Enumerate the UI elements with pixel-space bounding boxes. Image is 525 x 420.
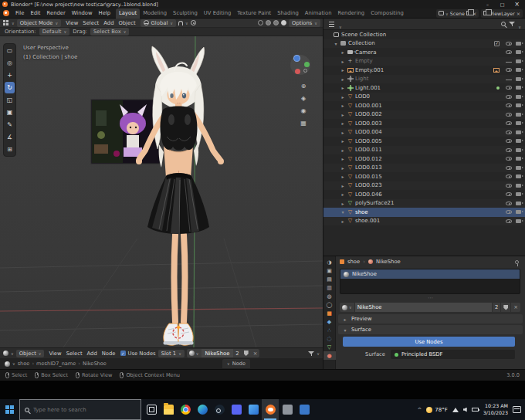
- outliner-row[interactable]: ▸▽polySurface21: [323, 199, 525, 208]
- disclosure-closed-icon[interactable]: ▸: [340, 67, 346, 73]
- rotate-tool[interactable]: ↻: [5, 82, 15, 93]
- viewport-menu-object[interactable]: Object: [116, 20, 137, 26]
- disclosure-closed-icon[interactable]: ▸: [340, 49, 346, 55]
- filter-funnel-icon[interactable]: [509, 21, 515, 27]
- properties-tab-world[interactable]: ◯: [323, 300, 336, 309]
- axis-z-icon[interactable]: [294, 56, 300, 61]
- outliner-row[interactable]: ▸▽LOD0.023: [323, 181, 525, 191]
- outliner-row[interactable]: ▸▽LOD0.002: [323, 110, 525, 120]
- proportional-edit-icon[interactable]: [191, 20, 196, 25]
- solid-shading-icon[interactable]: [266, 20, 271, 25]
- properties-tab-modifiers[interactable]: ◆: [323, 317, 336, 326]
- render-visibility-camera-icon[interactable]: [516, 68, 521, 72]
- discord-taskbar-icon[interactable]: [228, 399, 245, 420]
- outliner-row[interactable]: ▸▽LOD0.004: [323, 128, 525, 137]
- disclosure-closed-icon[interactable]: ▸: [340, 156, 346, 161]
- disclosure-closed-icon[interactable]: ▸: [340, 218, 346, 224]
- render-visibility-camera-icon[interactable]: [516, 184, 521, 188]
- blender-logo-icon[interactable]: [3, 10, 9, 16]
- visibility-eye-icon[interactable]: [506, 157, 512, 161]
- axis-y-icon[interactable]: [304, 62, 310, 67]
- visibility-eye-icon[interactable]: [506, 174, 512, 178]
- workspace-tab-shading[interactable]: Shading: [274, 8, 302, 19]
- options-dropdown[interactable]: Options: [289, 19, 320, 27]
- viewlayer-selector[interactable]: ViewLayer: [481, 9, 523, 18]
- node-sidebar-tab[interactable]: Node: [222, 359, 250, 368]
- axis-negative-icon[interactable]: [303, 69, 307, 73]
- render-visibility-camera-icon[interactable]: [516, 210, 521, 214]
- visibility-eye-icon[interactable]: [506, 192, 512, 196]
- transform-orientation-dropdown[interactable]: Global: [141, 19, 176, 27]
- close-button[interactable]: [511, 0, 523, 8]
- drag-value-dropdown[interactable]: Select Box: [90, 28, 129, 36]
- outliner-row[interactable]: ▸▽LOD0.011: [323, 146, 525, 155]
- visibility-eye-icon[interactable]: [506, 80, 512, 80]
- outliner-row[interactable]: ▸▽LOD0: [323, 93, 525, 102]
- zoom-icon[interactable]: ⊕: [299, 81, 308, 90]
- render-visibility-camera-icon[interactable]: [516, 50, 521, 54]
- network-icon[interactable]: [452, 408, 459, 412]
- disclosure-closed-icon[interactable]: ▸: [340, 183, 346, 188]
- add-cube-tool[interactable]: ⊞: [5, 144, 15, 155]
- properties-tab-object-data[interactable]: ▽: [323, 343, 336, 351]
- disclosure-closed-icon[interactable]: ▸: [340, 85, 346, 90]
- outliner-row[interactable]: ▾Collection: [323, 39, 525, 49]
- notification-center-icon[interactable]: [513, 406, 521, 413]
- properties-tab-render[interactable]: ▣: [323, 266, 336, 275]
- disclosure-closed-icon[interactable]: ▸: [340, 94, 346, 100]
- outliner-row[interactable]: ▸Light.001: [323, 83, 525, 93]
- outliner-row[interactable]: ▸▽LOD0.012: [323, 154, 525, 164]
- disclosure-closed-icon[interactable]: ▸: [340, 120, 346, 126]
- use-nodes-button[interactable]: Use Nodes: [343, 337, 515, 347]
- render-visibility-camera-icon[interactable]: [516, 130, 521, 134]
- file-explorer-taskbar-icon[interactable]: [160, 399, 177, 420]
- outliner-row[interactable]: ▸▽shoe.001: [323, 217, 525, 226]
- app-gray-taskbar-icon[interactable]: [279, 399, 296, 420]
- visibility-eye-icon[interactable]: [506, 103, 512, 107]
- task-view-taskbar-icon[interactable]: [143, 399, 160, 420]
- menu-edit[interactable]: Edit: [27, 10, 43, 16]
- breadcrumb-object[interactable]: shoe: [347, 259, 360, 265]
- workspace-tab-modeling[interactable]: Modeling: [140, 8, 170, 19]
- workspace-tab-layout[interactable]: Layout: [116, 8, 140, 19]
- properties-tab-particles[interactable]: ∴: [323, 326, 336, 334]
- start-button[interactable]: [0, 399, 19, 420]
- surface-shader-dropdown[interactable]: Principled BSDF: [391, 350, 515, 359]
- visibility-eye-icon[interactable]: [506, 210, 512, 214]
- browse-material-dropdown[interactable]: [340, 303, 354, 312]
- material-users-count[interactable]: 2: [493, 303, 500, 312]
- camera-view-icon[interactable]: ◉: [299, 106, 308, 115]
- collection-checkbox[interactable]: [494, 41, 500, 46]
- volume-icon[interactable]: [463, 408, 467, 412]
- material-users-count[interactable]: 2: [233, 349, 241, 357]
- disclosure-open-icon[interactable]: ▾: [340, 209, 346, 215]
- surface-panel-header[interactable]: ▾ Surface: [338, 325, 523, 334]
- wireframe-shading-icon[interactable]: [258, 20, 263, 25]
- render-visibility-camera-icon[interactable]: [516, 148, 521, 152]
- list-resize-handle[interactable]: [336, 295, 525, 301]
- outliner-row[interactable]: ▾▽shoe: [323, 208, 525, 217]
- workspace-tab-compositing[interactable]: Compositing: [368, 8, 407, 19]
- outliner-editor-type-icon[interactable]: [329, 24, 334, 25]
- orientation-value-dropdown[interactable]: Default: [39, 28, 70, 36]
- viewport-menu-view[interactable]: View: [63, 20, 80, 26]
- visibility-eye-icon[interactable]: [506, 50, 512, 54]
- unlink-material-icon[interactable]: [251, 349, 260, 357]
- outliner-row[interactable]: ▸▽LOD0.001: [323, 101, 525, 110]
- shader-menu-node[interactable]: Node: [100, 351, 118, 357]
- outliner-row[interactable]: ▸▽LOD0.046: [323, 190, 525, 199]
- 3d-viewport-canvas[interactable]: ▭◎+↻◱▣✎∡⊞ User Perspective (1) Collectio…: [0, 36, 323, 347]
- material-shading-icon[interactable]: [273, 20, 279, 25]
- outliner-row[interactable]: ▸Empty.001: [323, 66, 525, 75]
- visibility-eye-icon[interactable]: [506, 130, 512, 134]
- outliner-row[interactable]: ▸Light: [323, 75, 525, 84]
- visibility-eye-icon[interactable]: [506, 139, 512, 143]
- viewport-menu-add[interactable]: Add: [101, 20, 116, 26]
- app-blue-taskbar-icon[interactable]: [296, 399, 313, 420]
- shader-menu-view[interactable]: View: [46, 351, 63, 357]
- shader-menu-add[interactable]: Add: [85, 351, 100, 357]
- shader-mode-dropdown[interactable]: Object: [16, 350, 45, 357]
- workspace-tab-texture-paint[interactable]: Texture Paint: [234, 8, 274, 19]
- material-slot-list[interactable]: NikeShoe: [340, 269, 520, 294]
- properties-tab-object[interactable]: ■: [323, 309, 336, 317]
